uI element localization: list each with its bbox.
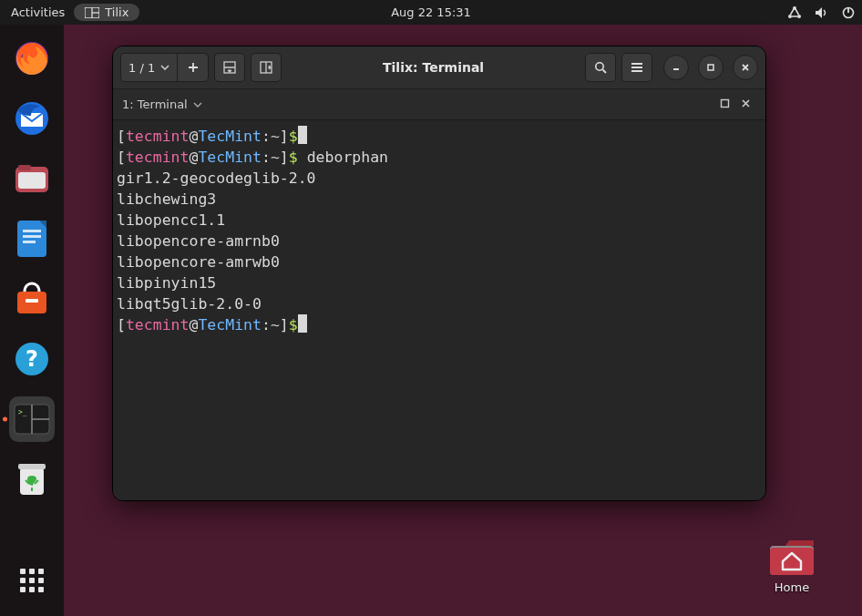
dock-help[interactable]: ? (9, 336, 55, 382)
svg-point-4 (788, 15, 792, 18)
system-tray (787, 6, 855, 19)
search-button[interactable] (585, 53, 616, 82)
firefox-icon (13, 39, 51, 77)
session-selector[interactable]: 1 / 1 (120, 53, 178, 82)
maximize-button[interactable] (698, 55, 723, 80)
svg-rect-26 (18, 464, 46, 469)
terminal-tab-label: 1: Terminal (122, 98, 188, 111)
svg-rect-12 (18, 165, 31, 170)
square-icon (720, 98, 730, 108)
plus-icon (188, 62, 199, 73)
thunderbird-icon (13, 99, 51, 138)
dock-libreoffice-writer[interactable] (9, 216, 55, 262)
desktop-home-label: Home (751, 580, 833, 594)
svg-rect-40 (722, 100, 729, 108)
close-button[interactable] (733, 55, 758, 80)
dock: ? >_ (0, 25, 64, 616)
activities-button[interactable]: Activities (11, 5, 65, 19)
apps-grid-icon (20, 569, 44, 592)
dock-trash[interactable] (9, 457, 55, 502)
show-applications-button[interactable] (9, 558, 55, 603)
svg-rect-39 (708, 65, 713, 70)
dock-tilix[interactable]: >_ (9, 396, 55, 442)
split-down-icon (223, 61, 236, 74)
help-icon: ? (13, 340, 51, 378)
svg-rect-14 (23, 230, 41, 232)
svg-line-34 (603, 70, 607, 74)
svg-rect-18 (26, 299, 38, 303)
running-indicator-dot (3, 417, 7, 422)
svg-rect-16 (23, 241, 36, 243)
split-down-button[interactable] (214, 53, 245, 82)
writer-icon (14, 219, 50, 259)
chevron-down-icon (193, 102, 202, 108)
trash-icon (15, 460, 49, 498)
maximize-icon (706, 63, 715, 72)
chevron-down-icon (160, 65, 169, 70)
close-icon (741, 98, 751, 108)
minimize-button[interactable] (663, 55, 689, 80)
files-icon (13, 161, 51, 196)
hamburger-menu-button[interactable] (621, 53, 652, 82)
close-icon (741, 63, 750, 72)
svg-rect-11 (18, 172, 46, 189)
minimize-icon (672, 63, 681, 72)
svg-point-33 (596, 63, 603, 70)
pane-close-button[interactable] (735, 94, 756, 115)
dock-software[interactable] (9, 276, 55, 322)
tilix-pill-icon (85, 7, 99, 18)
new-session-button[interactable] (178, 53, 209, 82)
desktop-home-icon[interactable]: Home (751, 537, 833, 594)
window-title: Tilix: Terminal (287, 60, 580, 75)
volume-icon[interactable] (815, 6, 829, 19)
folder-home-icon (767, 537, 816, 577)
power-icon[interactable] (842, 6, 855, 19)
svg-rect-15 (23, 235, 41, 238)
svg-rect-13 (17, 221, 46, 257)
split-right-icon (260, 61, 272, 74)
titlebar: 1 / 1 Tilix: Terminal (113, 46, 765, 89)
clock[interactable]: Aug 22 15:31 (391, 0, 471, 25)
top-bar: Activities Tilix Aug 22 15:31 (0, 0, 862, 25)
svg-point-5 (797, 15, 801, 18)
svg-text:?: ? (26, 346, 38, 372)
svg-rect-28 (770, 548, 814, 575)
session-counter-label: 1 / 1 (128, 61, 155, 75)
split-right-button[interactable] (251, 53, 282, 82)
terminal-output[interactable]: [tecmint@TecMint:~]$[tecmint@TecMint:~]$… (113, 120, 765, 500)
svg-text:>_: >_ (18, 408, 27, 416)
tilix-window: 1 / 1 Tilix: Terminal (112, 46, 766, 501)
pane-maximize-button[interactable] (714, 94, 735, 115)
terminal-tab[interactable]: 1: Terminal (122, 98, 202, 111)
active-app-pill[interactable]: Tilix (74, 4, 139, 21)
search-icon (594, 61, 607, 74)
network-icon[interactable] (787, 6, 802, 19)
dock-files[interactable] (9, 156, 55, 201)
dock-firefox[interactable] (9, 36, 55, 81)
software-store-icon (13, 281, 51, 317)
dock-thunderbird[interactable] (9, 96, 55, 141)
active-app-label: Tilix (105, 5, 128, 19)
hamburger-icon (631, 62, 643, 73)
terminal-tab-bar: 1: Terminal (113, 89, 765, 120)
tilix-icon: >_ (14, 404, 50, 435)
